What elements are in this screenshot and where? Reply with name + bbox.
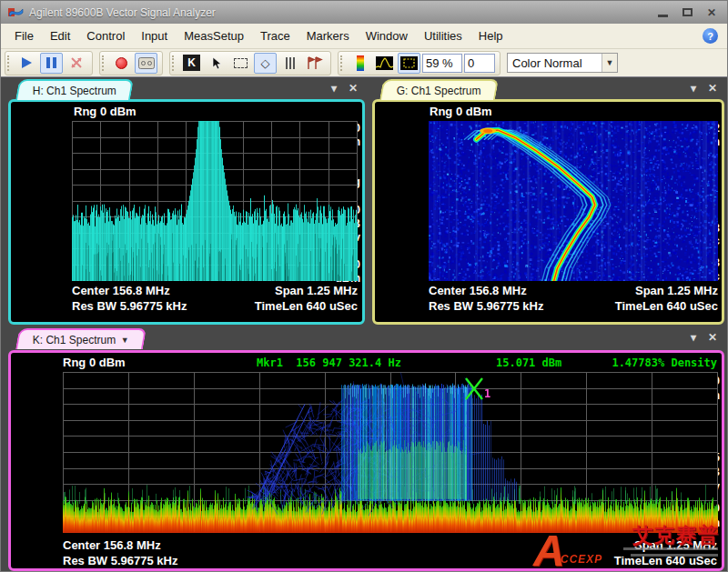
spectrogram-button[interactable]	[373, 53, 396, 74]
app-icon	[8, 5, 24, 19]
span-label: Span 1.25 MHz	[635, 284, 718, 297]
watermark-cn-text: 艾克赛普	[632, 522, 720, 549]
center-freq-label: Center 156.8 MHz	[72, 284, 170, 297]
restart-button[interactable]	[65, 53, 87, 74]
toolbar-grip[interactable]	[7, 55, 11, 71]
menu-window[interactable]: Window	[358, 25, 416, 46]
tab-k-ch1-spectrum[interactable]: K: Ch1 Spectrum ▼	[15, 328, 147, 349]
cursor-arrow-icon	[210, 56, 222, 70]
menu-markers[interactable]: Markers	[298, 25, 358, 46]
marker-readout-density: 1.47783% Density	[612, 356, 717, 369]
selection-rect-icon	[234, 58, 248, 68]
count-field[interactable]	[464, 54, 495, 73]
marker-readout-freq: Mkr1 156 947 321.4 Hz	[257, 356, 401, 369]
pane-g-body: Rng 0 dBm 22 dBm △ 12.93 mSec 12.13 mSec…	[372, 99, 724, 325]
range-label: Rng 0 dBm	[63, 356, 126, 369]
watermark-logo-text: CCEXP	[561, 553, 602, 566]
offset-markers-button[interactable]	[278, 53, 301, 74]
tab-h-ch1-spectrum[interactable]: H: Ch1 Spectrum	[15, 79, 134, 100]
playback-button[interactable]	[135, 53, 157, 74]
toolbar-group-record	[99, 51, 163, 75]
pane-k: K: Ch1 Spectrum ▼ ▾ ✕ Rng 0 dBm Mkr1 156…	[8, 328, 724, 571]
timelen-label: TimeLen 640 uSec	[615, 299, 718, 313]
play-button[interactable]	[15, 53, 38, 74]
flag-markers-button[interactable]	[303, 53, 326, 74]
menu-trace[interactable]: Trace	[252, 25, 298, 46]
zoom-box-button[interactable]	[398, 53, 420, 74]
tab-g-label: G: Ch1 Spectrum	[397, 85, 481, 97]
marker-tool-button[interactable]: ◇	[254, 53, 277, 74]
close-button[interactable]: ✕	[707, 7, 716, 18]
flags-icon	[307, 56, 323, 70]
resbw-label: Res BW 5.96775 kHz	[63, 554, 177, 567]
menu-help[interactable]: Help	[470, 25, 511, 46]
rainbow-bar-icon	[357, 55, 364, 71]
pane-h-menu-button[interactable]: ▾	[331, 83, 337, 94]
watermark-fineprint	[631, 554, 718, 557]
record-icon	[116, 57, 127, 69]
menu-edit[interactable]: Edit	[42, 25, 78, 46]
g-spectrogram-plot[interactable]	[429, 121, 718, 281]
minimize-button[interactable]	[658, 15, 668, 17]
chevron-down-icon: ▼	[602, 54, 617, 72]
range-label: Rng 0 dBm	[430, 105, 492, 118]
watermark: A CCEXP 艾克赛普	[533, 524, 720, 567]
marker-readout-level: 15.071 dBm	[496, 356, 561, 369]
select-tool-button[interactable]	[205, 53, 228, 74]
range-label: Rng 0 dBm	[74, 105, 136, 118]
k-density-plot[interactable]	[63, 372, 718, 533]
toolbar: K ◇	[1, 49, 727, 77]
pane-h: H: Ch1 Spectrum ▾ ✕ Rng 0 dBm 0 dBm LogM…	[8, 79, 365, 325]
toolbar-group-display	[338, 51, 500, 75]
tab-g-ch1-spectrum[interactable]: G: Ch1 Spectrum	[379, 79, 499, 100]
spectrum-trace-icon	[376, 56, 393, 70]
h-spectrum-plot[interactable]	[72, 121, 358, 281]
pane-h-close-button[interactable]: ✕	[349, 83, 358, 94]
pause-button[interactable]	[40, 53, 63, 74]
menu-input[interactable]: Input	[133, 25, 176, 46]
toolbar-grip[interactable]	[340, 55, 344, 71]
color-mode-value: Color Normal	[508, 56, 602, 70]
pane-g-close-button[interactable]: ✕	[708, 83, 717, 94]
pane-k-menu-button[interactable]: ▾	[691, 332, 696, 343]
zoom-select-button[interactable]	[229, 53, 252, 74]
pane-h-body: Rng 0 dBm 0 dBm LogMag 10 dB /div -100 d…	[8, 99, 365, 325]
zoom-percent-field[interactable]	[422, 54, 462, 73]
play-icon	[22, 57, 32, 68]
menu-bar: File Edit Control Input MeasSetup Trace …	[1, 24, 727, 49]
workspace: H: Ch1 Spectrum ▾ ✕ Rng 0 dBm 0 dBm LogM…	[1, 77, 727, 572]
help-icon[interactable]: ?	[703, 28, 718, 44]
menu-utilities[interactable]: Utilities	[416, 25, 470, 46]
maximize-button[interactable]	[682, 8, 693, 16]
title-bar[interactable]: Agilent 89600B Vector Signal Analyzer ✕	[1, 1, 727, 24]
marker1-number: 1	[484, 387, 490, 400]
marker1-x-icon[interactable]	[462, 376, 486, 400]
toolbar-grip[interactable]	[172, 55, 176, 71]
record-button[interactable]	[110, 53, 133, 74]
toolbar-group-markers: K ◇	[169, 51, 331, 75]
menu-meassetup[interactable]: MeasSetup	[176, 25, 252, 46]
window-title: Agilent 89600B Vector Signal Analyzer	[29, 6, 652, 19]
k-trace-icon: K	[183, 55, 200, 71]
k-trace-button[interactable]: K	[180, 53, 203, 74]
menu-control[interactable]: Control	[78, 25, 133, 46]
diamond-marker-icon: ◇	[261, 57, 270, 69]
app-window: Agilent 89600B Vector Signal Analyzer ✕ …	[0, 0, 728, 572]
watermark-fineprint	[623, 547, 718, 550]
center-freq-label: Center 156.8 MHz	[429, 284, 527, 297]
pane-g: G: Ch1 Spectrum ▾ ✕ Rng 0 dBm 22 dBm △ 1…	[372, 79, 724, 325]
timelen-label: TimeLen 640 uSec	[255, 299, 358, 313]
pane-k-body: Rng 0 dBm Mkr1 156 947 321.4 Hz 15.071 d…	[8, 350, 724, 571]
restart-icon	[69, 55, 84, 70]
pane-g-menu-button[interactable]: ▾	[691, 83, 696, 94]
pause-icon	[46, 57, 56, 68]
menu-file[interactable]: File	[6, 25, 42, 46]
tab-k-label: K: Ch1 Spectrum	[33, 334, 116, 346]
vertical-bars-icon	[286, 57, 295, 69]
color-mode-dropdown[interactable]: Color Normal ▼	[507, 53, 618, 73]
toolbar-grip[interactable]	[102, 55, 106, 71]
pane-k-close-button[interactable]: ✕	[708, 332, 717, 343]
center-freq-label: Center 156.8 MHz	[63, 538, 161, 552]
color-scale-button[interactable]	[349, 53, 371, 74]
tab-k-dropdown-icon[interactable]: ▼	[121, 336, 129, 345]
